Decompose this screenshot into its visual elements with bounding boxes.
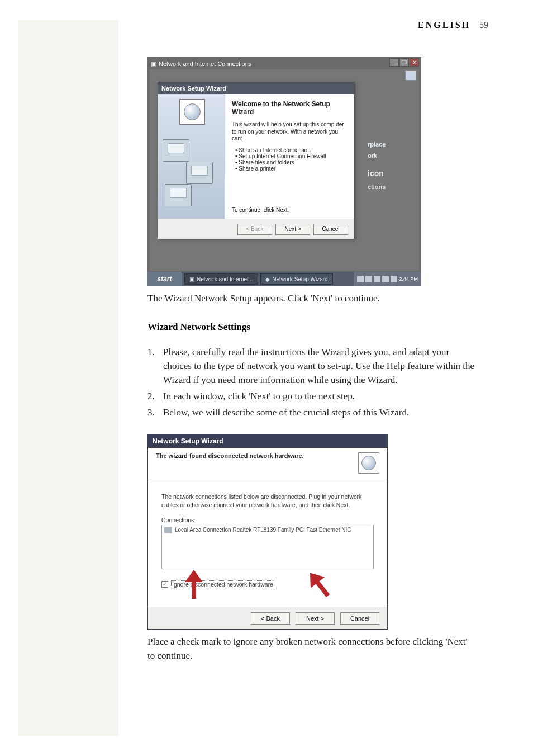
- screenshot-network-wizard-welcome: ▣ Network and Internet Connections _ ❐ ✕…: [147, 57, 421, 286]
- instruction-text: Please, carefully read the instructions …: [163, 345, 477, 387]
- minimize-icon[interactable]: _: [389, 58, 399, 67]
- parent-window-title: Network and Internet Connections: [159, 60, 251, 67]
- wizard-body-text: The network connections listed below are…: [161, 493, 374, 508]
- maximize-icon[interactable]: ❐: [399, 58, 409, 67]
- wizard-intro-text: This wizard will help you set up this co…: [232, 121, 347, 143]
- globe-icon: [358, 452, 379, 474]
- next-button[interactable]: Next >: [296, 612, 335, 625]
- tray-icon[interactable]: [382, 276, 389, 282]
- list-item[interactable]: Local Area Connection Realtek RTL8139 Fa…: [164, 527, 371, 533]
- wizard-bullet: Share a printer: [235, 166, 347, 172]
- wizard-icon: ◆: [265, 276, 270, 282]
- back-button: < Back: [237, 224, 272, 235]
- wizard-window: Network Setup Wizard Welcome to the Netw…: [158, 82, 354, 238]
- taskbar-item[interactable]: ◆ Network Setup Wizard: [260, 273, 332, 285]
- back-button[interactable]: < Back: [251, 612, 290, 625]
- tray-icon[interactable]: [357, 276, 364, 282]
- caption-text: Place a check mark to ignore any broken …: [147, 635, 477, 663]
- wizard-bullet: Share an Internet connection: [235, 147, 347, 153]
- instruction-text: In each window, click 'Next' to go to th…: [163, 389, 477, 403]
- annotation-arrow-icon: [179, 570, 208, 599]
- start-button[interactable]: start: [147, 272, 182, 286]
- wizard-heading: Welcome to the Network Setup Wizard: [232, 100, 347, 116]
- list-number: 1.: [147, 345, 163, 387]
- section-heading: Wizard Network Settings: [147, 322, 477, 333]
- left-margin-band: [18, 20, 118, 736]
- globe-icon: [179, 99, 205, 125]
- bg-text-fragment: rplace: [368, 141, 386, 148]
- cancel-button[interactable]: Cancel: [313, 224, 348, 235]
- wizard-bullet: Set up Internet Connection Firewall: [235, 153, 347, 159]
- folder-icon: ▣: [189, 276, 194, 282]
- wizard-subheading: The wizard found disconnected network ha…: [156, 452, 304, 459]
- caption-text: The Wizard Network Setup appears. Click …: [147, 292, 477, 306]
- close-icon[interactable]: ✕: [410, 58, 419, 67]
- instruction-text: Below, we will describe some of the cruc…: [163, 405, 477, 419]
- bg-text-fragment: icon: [368, 169, 384, 178]
- wizard-title: Network Setup Wizard: [158, 82, 354, 94]
- tray-clock: 2:44 PM: [399, 276, 418, 282]
- bg-text-fragment: ork: [368, 152, 377, 159]
- tray-icon[interactable]: [365, 276, 372, 282]
- wizard-bullet: Share files and folders: [235, 159, 347, 166]
- computer-icon: [186, 162, 213, 184]
- list-number: 2.: [147, 389, 163, 403]
- taskbar-item[interactable]: ▣ Network and Internet...: [184, 273, 258, 285]
- connection-name: Local Area Connection Realtek RTL8139 Fa…: [175, 527, 351, 533]
- checkbox-icon[interactable]: ✓: [161, 581, 168, 588]
- computer-icon: [163, 139, 189, 162]
- header-page-number: 59: [479, 20, 488, 30]
- computer-icon: [165, 184, 192, 206]
- cancel-button[interactable]: Cancel: [340, 612, 379, 625]
- header-language: ENGLISH: [418, 20, 470, 30]
- tray-icon[interactable]: [391, 276, 397, 282]
- taskbar: start ▣ Network and Internet... ◆ Networ…: [147, 272, 421, 286]
- list-number: 3.: [147, 405, 163, 419]
- wizard-sidebar-graphic: [158, 94, 225, 219]
- folder-icon: ▣: [151, 60, 156, 68]
- tray-icon[interactable]: [374, 276, 380, 282]
- nic-icon: [164, 527, 172, 533]
- system-tray: 2:44 PM: [354, 272, 421, 286]
- wizard-continue-text: To continue, click Next.: [232, 207, 289, 213]
- connections-label: Connections:: [161, 517, 374, 523]
- next-button[interactable]: Next >: [275, 224, 310, 235]
- body-icon: [405, 70, 416, 81]
- wizard-title: Network Setup Wizard: [148, 434, 387, 448]
- taskbar-item-label: Network Setup Wizard: [272, 276, 327, 282]
- connections-listbox[interactable]: Local Area Connection Realtek RTL8139 Fa…: [161, 525, 374, 569]
- window-controls: _ ❐ ✕: [389, 58, 419, 67]
- taskbar-item-label: Network and Internet...: [197, 276, 253, 282]
- screenshot-wizard-disconnected-hw: Network Setup Wizard The wizard found di…: [147, 434, 388, 630]
- bg-text-fragment: ctions: [368, 183, 386, 190]
